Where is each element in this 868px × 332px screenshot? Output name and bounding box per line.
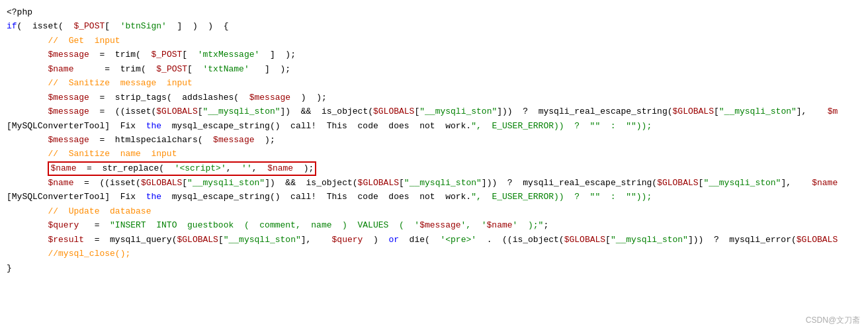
code-viewer: <?php if( isset( $_POST[ 'btnSign' ] ) )… xyxy=(0,0,868,332)
line-20: $query = "INSERT INTO guestbook ( commen… xyxy=(0,218,868,232)
line-21: $result = mysqli_query($GLOBALS["__mysql… xyxy=(0,233,868,247)
line-19: // Update database xyxy=(0,204,868,218)
line-17: [MySQLConverterTool] Fix the mysql_escap… xyxy=(0,190,868,204)
line-6: $name = trim( $_POST[ 'txtName' ] ); xyxy=(0,62,868,76)
line-5: $message = trim( $_POST[ 'mtxMessage' ] … xyxy=(0,48,868,62)
line-14: // Sanitize name input xyxy=(0,147,868,161)
line-15: $name = str_replace( '<script>', '', $na… xyxy=(0,161,868,176)
line-3: if( isset( $_POST[ 'btnSign' ] ) ) { xyxy=(0,19,868,33)
watermark-text: CSDN@文刀斋 xyxy=(806,314,860,327)
line-1: <?php xyxy=(0,5,868,19)
line-11: [MySQLConverterTool] Fix the mysql_escap… xyxy=(0,119,868,133)
line-12: $message = htmlspecialchars( $message ); xyxy=(0,133,868,147)
line-8: // Sanitize message input xyxy=(0,76,868,90)
line-25: } xyxy=(0,261,868,275)
line-16: $name = ((isset($GLOBALS["__mysqli_ston"… xyxy=(0,176,868,190)
line-9: $message = strip_tags( addslashes( $mess… xyxy=(0,91,868,104)
line-10: $message = ((isset($GLOBALS["__mysqli_st… xyxy=(0,104,868,118)
line-4: // Get input xyxy=(0,34,868,48)
line-23: //mysql_close(); xyxy=(0,247,868,261)
